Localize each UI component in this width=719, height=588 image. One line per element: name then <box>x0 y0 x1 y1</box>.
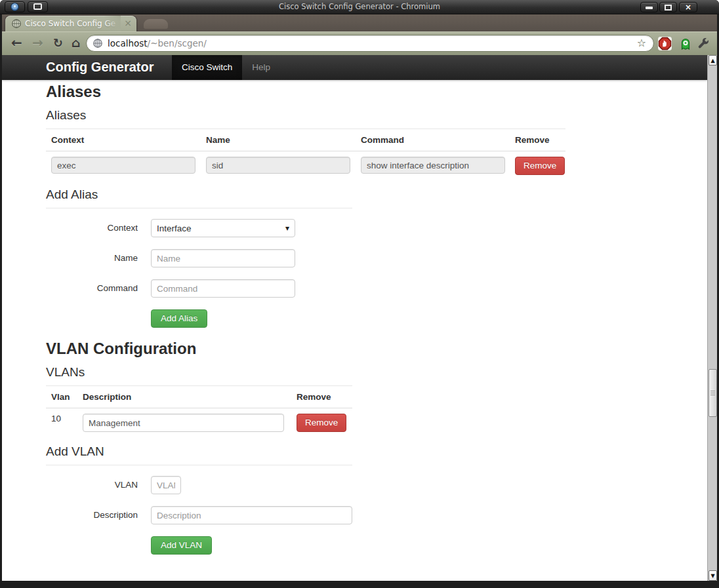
scrollbar-thumb[interactable] <box>709 369 717 417</box>
vlan-input[interactable] <box>151 476 181 494</box>
add-alias-form: Context Interface ▾ Name <box>46 219 663 328</box>
vlans-col-description: Description <box>77 386 291 408</box>
alias-name-input <box>206 157 350 174</box>
window-titlebar: Cisco Switch Config Generator - Chromium… <box>0 0 719 14</box>
add-vlan-button[interactable]: Add VLAN <box>151 536 212 555</box>
aliases-table: Context Name Command Remove Remove <box>46 129 565 180</box>
command-label: Command <box>46 279 138 298</box>
close-button[interactable]: × <box>679 2 697 12</box>
minimize-button[interactable] <box>640 2 658 12</box>
site-navbar: Config Generator Cisco Switch Help <box>2 55 707 80</box>
tab-close-icon[interactable]: × <box>124 16 132 31</box>
green-extension-icon[interactable] <box>680 37 691 50</box>
name-label: Name <box>46 249 138 267</box>
add-alias-button[interactable]: Add Alias <box>151 309 207 328</box>
description-label: Description <box>46 506 138 524</box>
nav-item-help[interactable]: Help <box>242 55 280 80</box>
context-select[interactable]: Interface ▾ <box>151 219 295 237</box>
scroll-down-icon[interactable]: ▼ <box>709 570 717 581</box>
aliases-table-heading: Aliases <box>46 108 565 129</box>
name-input[interactable] <box>151 249 295 267</box>
url-host: localhost <box>108 38 148 49</box>
nav-item-cisco-switch[interactable]: Cisco Switch <box>172 55 242 80</box>
vlan-description-input[interactable] <box>83 414 284 432</box>
forward-icon: → <box>32 31 43 55</box>
tab-title: Cisco Switch Config Ge <box>25 16 121 31</box>
url-text[interactable]: localhost/~ben/scgen/ <box>108 35 207 51</box>
vlans-col-vlan: Vlan <box>46 386 77 408</box>
vlan-remove-button[interactable]: Remove <box>297 414 346 432</box>
add-alias-heading: Add Alias <box>46 187 352 208</box>
home-icon[interactable]: ⌂ <box>72 31 81 55</box>
aliases-section-heading: Aliases <box>46 83 663 101</box>
browser-tab[interactable]: Cisco Switch Config Ge × <box>5 16 136 31</box>
minimize-icon <box>646 7 653 9</box>
page-viewport: Config Generator Cisco Switch Help Alias… <box>2 55 707 581</box>
window-title: Cisco Switch Config Generator - Chromium <box>0 0 719 14</box>
aliases-col-remove: Remove <box>510 129 565 151</box>
maximize-icon <box>665 5 672 10</box>
wrench-menu-icon[interactable] <box>697 37 710 50</box>
aliases-col-name: Name <box>201 129 356 151</box>
aliases-col-command: Command <box>356 129 510 151</box>
alias-table-row: Remove <box>46 151 565 181</box>
browser-window: Cisco Switch Config Generator - Chromium… <box>0 0 719 588</box>
vlans-col-remove: Remove <box>291 386 352 408</box>
vlan-section-heading: VLAN Configuration <box>46 340 663 358</box>
vlans-table: Vlan Description Remove 10 Remove <box>46 386 352 437</box>
navbar-items: Cisco Switch Help <box>172 55 280 80</box>
command-input[interactable] <box>151 279 295 298</box>
vlans-table-heading: VLANs <box>46 364 352 386</box>
maximize-button[interactable] <box>659 2 677 12</box>
scrollbar-grip <box>710 391 715 396</box>
aliases-col-context: Context <box>46 129 201 151</box>
content-container: Aliases Aliases Context Name Command Rem… <box>46 83 663 555</box>
new-tab-button[interactable] <box>144 19 168 29</box>
close-icon: × <box>680 3 697 12</box>
tab-strip: Cisco Switch Config Ge × <box>2 14 717 31</box>
browser-toolbar: ← → ↻ ⌂ localhost/~ben/scgen/ ☆ <box>2 31 717 55</box>
context-label: Context <box>46 219 138 237</box>
alias-command-input <box>361 157 505 174</box>
alias-context-input <box>51 157 195 174</box>
reload-icon[interactable]: ↻ <box>53 31 63 55</box>
scroll-up-icon[interactable]: ▲ <box>709 55 717 66</box>
site-globe-icon <box>92 38 103 49</box>
tab-favicon-globe-icon <box>11 18 22 29</box>
vlan-label: VLAN <box>46 476 138 494</box>
address-bar[interactable]: localhost/~ben/scgen/ ☆ <box>86 35 654 52</box>
navbar-brand[interactable]: Config Generator <box>46 55 154 79</box>
vlan-id-cell: 10 <box>46 408 77 438</box>
url-path: /~ben/scgen/ <box>148 38 207 49</box>
alias-remove-button[interactable]: Remove <box>515 157 565 175</box>
add-vlan-form: VLAN Description Add VLAN <box>46 476 663 555</box>
bookmark-star-icon[interactable]: ☆ <box>637 35 646 51</box>
back-icon[interactable]: ← <box>11 31 22 55</box>
adblock-extension-icon[interactable] <box>658 37 672 50</box>
vlan-table-row: 10 Remove <box>46 408 352 438</box>
vertical-scrollbar[interactable]: ▲ ▼ <box>707 55 717 581</box>
add-vlan-heading: Add VLAN <box>46 444 352 465</box>
description-input[interactable] <box>151 506 352 524</box>
